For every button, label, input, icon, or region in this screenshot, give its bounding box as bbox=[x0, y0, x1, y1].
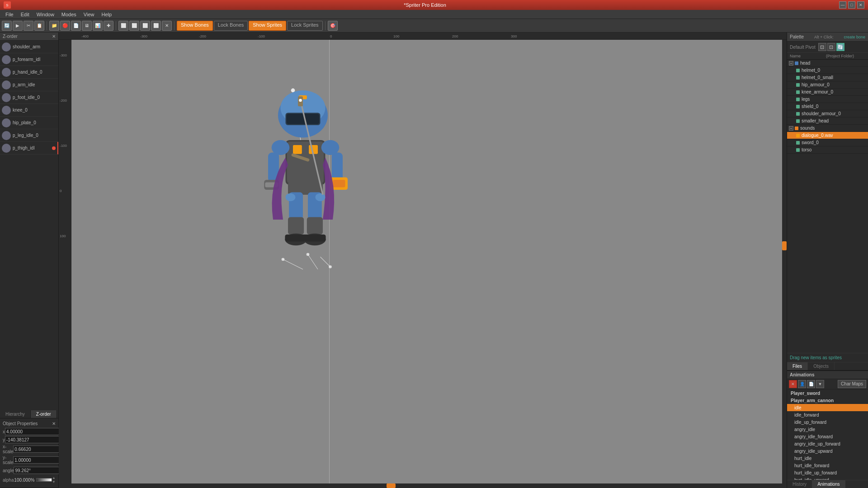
list-item[interactable]: p_forearm_idl bbox=[0, 53, 58, 66]
palette-item-kneearmour[interactable]: knee_armour_0 bbox=[787, 89, 868, 96]
canvas-horizontal-scrollbar[interactable] bbox=[59, 483, 787, 488]
list-item[interactable]: p_foot_idle_0 bbox=[0, 91, 58, 104]
zorder-close[interactable]: ✕ bbox=[52, 34, 56, 39]
tab-zorder[interactable]: Z-order bbox=[31, 410, 57, 418]
anim-item-angry-idle-upward[interactable]: angry_idle_upward bbox=[787, 447, 868, 455]
anim-item-hurt-idle[interactable]: hurt_idle bbox=[787, 455, 868, 462]
sep4 bbox=[325, 21, 326, 30]
menu-edit[interactable]: Edit bbox=[17, 11, 33, 18]
list-item[interactable]: p_hand_idle_0 bbox=[0, 66, 58, 79]
menu-modes[interactable]: Modes bbox=[58, 11, 80, 18]
palette-item-shield[interactable]: shield_0 bbox=[787, 103, 868, 110]
prop-yscale: y-scale ▲ ▼ bbox=[3, 455, 56, 465]
tool9[interactable]: 📊 bbox=[93, 21, 103, 31]
anim-item-angry-idle[interactable]: angry_idle bbox=[787, 426, 868, 433]
alpha-slider[interactable] bbox=[36, 478, 52, 482]
tool6[interactable]: 🔴 bbox=[60, 21, 70, 31]
tool8[interactable]: 🖥 bbox=[82, 21, 92, 31]
list-item[interactable]: shoulder_arm bbox=[0, 41, 58, 53]
pivot-btn2[interactable]: ⊡ bbox=[827, 43, 835, 51]
lock-bones-button[interactable]: Lock Bones bbox=[214, 21, 248, 31]
anim-item-angry-idle-forward[interactable]: angry_idle_forward bbox=[787, 433, 868, 440]
close-button[interactable]: ✕ bbox=[857, 1, 864, 9]
pivot-btn3[interactable]: 🔄 bbox=[836, 43, 844, 51]
list-item[interactable]: p_thigh_idl bbox=[0, 142, 58, 155]
palette-item-legs[interactable]: legs bbox=[787, 96, 868, 103]
obj-props-close[interactable]: ✕ bbox=[52, 421, 56, 426]
item-icon bbox=[2, 106, 11, 115]
show-sprites-button[interactable]: Show Sprites bbox=[249, 21, 286, 31]
show-bones-button[interactable]: Show Bones bbox=[177, 21, 213, 31]
tool12[interactable]: ⬜ bbox=[129, 21, 139, 31]
palette-item-torso[interactable]: torso bbox=[787, 146, 868, 154]
palette-item-dialogue[interactable]: dialogue_0.wav bbox=[787, 132, 868, 139]
tab-history[interactable]: History bbox=[787, 480, 812, 488]
anim-item-idle-up-forward[interactable]: idle_up_forward bbox=[787, 418, 868, 426]
scroll-thumb-h[interactable] bbox=[387, 483, 396, 488]
anim-btn2[interactable]: 👤 bbox=[798, 380, 806, 388]
maximize-button[interactable]: □ bbox=[848, 1, 855, 9]
tool7[interactable]: 📄 bbox=[71, 21, 81, 31]
anim-item-idle[interactable]: idle bbox=[787, 404, 868, 411]
list-item[interactable]: p_leg_idle_0 bbox=[0, 129, 58, 142]
tab-hierarchy[interactable]: Hierarchy bbox=[0, 410, 31, 418]
palette-item-helmet0small[interactable]: helmet_0_small bbox=[787, 74, 868, 81]
expand-sounds-icon[interactable]: − bbox=[789, 126, 793, 131]
canvas-viewport[interactable]: -300 -200 -100 0 100 bbox=[59, 40, 787, 488]
menu-file[interactable]: File bbox=[2, 11, 17, 18]
ruler-mark: 0 bbox=[330, 34, 332, 38]
anim-item-hurt-idle-upward[interactable]: hurt_idle_upward bbox=[787, 476, 868, 480]
tool13[interactable]: ⬜ bbox=[140, 21, 150, 31]
palette-group-head[interactable]: − head bbox=[787, 60, 868, 67]
item-icon bbox=[2, 93, 11, 102]
list-item[interactable]: p_arm_idle bbox=[0, 79, 58, 91]
tool11[interactable]: ⬜ bbox=[118, 21, 128, 31]
anim-group-playersword[interactable]: Player_sword bbox=[787, 389, 868, 397]
x-input[interactable] bbox=[5, 428, 65, 435]
canvas-vertical-scrollbar[interactable] bbox=[782, 40, 787, 488]
tab-files[interactable]: Files bbox=[787, 362, 808, 370]
tool5[interactable]: 📁 bbox=[49, 21, 59, 31]
anim-item-idle-forward[interactable]: idle_forward bbox=[787, 411, 868, 418]
expand-icon[interactable]: − bbox=[789, 61, 793, 66]
anim-item-hurt-idle-up-forward[interactable]: hurt_idle_up_forward bbox=[787, 469, 868, 476]
tool14[interactable]: ⬜ bbox=[151, 21, 161, 31]
anim-btn3[interactable]: 📄 bbox=[807, 380, 815, 388]
pivot-btn1[interactable]: ⊡ bbox=[818, 43, 826, 51]
menu-window[interactable]: Window bbox=[33, 11, 58, 18]
menu-view[interactable]: View bbox=[80, 11, 98, 18]
tool15[interactable]: ✕ bbox=[162, 21, 172, 31]
scroll-thumb-v[interactable] bbox=[782, 241, 787, 250]
char-maps-button[interactable]: Char Maps bbox=[838, 380, 866, 388]
palette-item-shoulderarmour[interactable]: shoulder_armour_0 bbox=[787, 110, 868, 117]
tool4[interactable]: 📋 bbox=[34, 21, 44, 31]
palette-item-sword[interactable]: sword_0 bbox=[787, 139, 868, 146]
onion-skin-button[interactable]: 🎯 bbox=[328, 21, 338, 31]
list-item[interactable]: hip_plate_0 bbox=[0, 117, 58, 129]
anim-delete-btn[interactable]: ✕ bbox=[789, 380, 797, 388]
palette-group-sounds[interactable]: − sounds bbox=[787, 125, 868, 132]
palette-item-hiparmour[interactable]: hip_armour_0 bbox=[787, 81, 868, 89]
tool10[interactable]: ✚ bbox=[104, 21, 113, 31]
menu-help[interactable]: Help bbox=[98, 11, 116, 18]
tab-animations[interactable]: Animations bbox=[812, 480, 845, 488]
anim-btn4[interactable]: ▼ bbox=[816, 380, 824, 388]
open-button[interactable]: ▶ bbox=[13, 21, 23, 31]
list-item[interactable]: knee_0 bbox=[0, 104, 58, 117]
tab-objects[interactable]: Objects bbox=[808, 362, 835, 370]
obj-props-header: Object Properties ✕ bbox=[3, 421, 56, 426]
save-button[interactable]: ✂ bbox=[24, 21, 33, 31]
sep3 bbox=[174, 21, 175, 30]
svg-rect-22 bbox=[288, 217, 304, 235]
character-sprite[interactable] bbox=[253, 85, 353, 275]
hierarchy-zorder-tabs: Hierarchy Z-order bbox=[0, 410, 58, 418]
anim-item-angry-idle-up-forward[interactable]: angry_idle_up_forward bbox=[787, 440, 868, 447]
minimize-button[interactable]: — bbox=[839, 1, 846, 9]
palette-item-smallerhead[interactable]: smaller_head bbox=[787, 117, 868, 125]
new-button[interactable]: 🔄 bbox=[2, 21, 12, 31]
anim-group-playerarmcannon[interactable]: Player_arm_cannon bbox=[787, 397, 868, 404]
y-input[interactable] bbox=[5, 436, 65, 443]
palette-item-helmet0[interactable]: helmet_0 bbox=[787, 67, 868, 74]
lock-sprites-button[interactable]: Lock Sprites bbox=[287, 21, 323, 31]
anim-item-hurt-idle-forward[interactable]: hurt_idle_forward bbox=[787, 462, 868, 469]
